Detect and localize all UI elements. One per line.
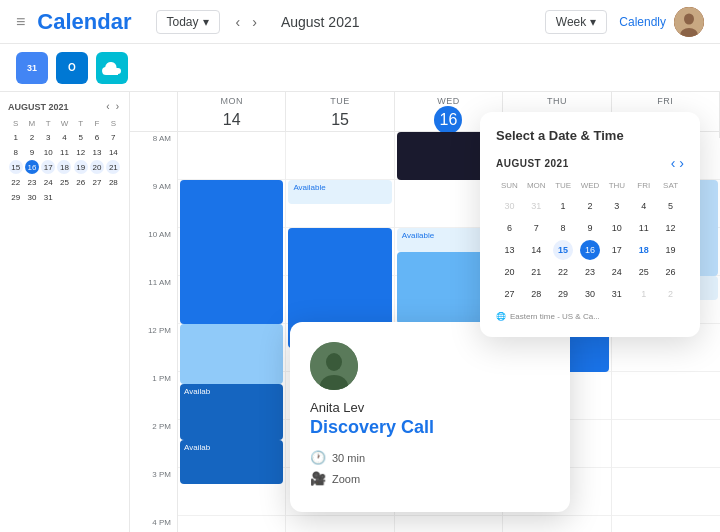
mini-cal-week-1: 1 2 3 4 5 6 7 xyxy=(8,130,121,144)
mini-day[interactable]: 29 xyxy=(9,190,23,204)
event-tue-1[interactable]: Available xyxy=(288,180,391,204)
picker-day[interactable]: 23 xyxy=(580,262,600,282)
picker-day[interactable]: 17 xyxy=(607,240,627,260)
mini-calendar: AUGUST 2021 ‹ › S M T W T F S 1 2 3 4 5 … xyxy=(0,92,130,532)
event-mon-3[interactable]: Availab xyxy=(180,384,283,440)
week-view-button[interactable]: Week ▾ xyxy=(545,10,607,34)
picker-day-16-selected[interactable]: 16 xyxy=(580,240,600,260)
picker-day[interactable]: 30 xyxy=(580,284,600,304)
mini-prev-button[interactable]: ‹ xyxy=(104,100,111,113)
picker-day[interactable]: 29 xyxy=(553,284,573,304)
mini-next-button[interactable]: › xyxy=(114,100,121,113)
picker-next-button[interactable]: › xyxy=(679,155,684,171)
mini-day[interactable]: 30 xyxy=(25,190,39,204)
event-mon-1[interactable] xyxy=(180,180,283,324)
mini-day[interactable]: 15 xyxy=(9,160,23,174)
picker-day[interactable]: 20 xyxy=(499,262,519,282)
picker-day-15[interactable]: 15 xyxy=(553,240,573,260)
mini-day[interactable]: 31 xyxy=(41,190,55,204)
user-area[interactable]: Calendly xyxy=(619,7,704,37)
mini-day[interactable]: 9 xyxy=(25,145,39,159)
mini-day[interactable]: 25 xyxy=(57,175,71,189)
event-mon-4[interactable]: Availab xyxy=(180,440,283,484)
mini-day[interactable]: 3 xyxy=(41,130,55,144)
picker-day[interactable]: 22 xyxy=(553,262,573,282)
picker-day[interactable]: 14 xyxy=(526,240,546,260)
picker-day[interactable]: 26 xyxy=(661,262,681,282)
mini-day[interactable]: 10 xyxy=(41,145,55,159)
picker-day[interactable]: 1 xyxy=(553,196,573,216)
mini-day[interactable]: 28 xyxy=(106,175,120,189)
picker-day[interactable]: 3 xyxy=(607,196,627,216)
picker-day[interactable]: 2 xyxy=(580,196,600,216)
google-calendar-icon[interactable]: 31 xyxy=(16,52,48,84)
mini-day[interactable]: 12 xyxy=(74,145,88,159)
picker-day[interactable]: 27 xyxy=(499,284,519,304)
nav-arrows: ‹ › xyxy=(232,12,261,32)
mini-day xyxy=(57,190,71,204)
picker-day[interactable]: 6 xyxy=(499,218,519,238)
mini-day[interactable]: 24 xyxy=(41,175,55,189)
picker-day[interactable]: 4 xyxy=(634,196,654,216)
mini-day[interactable]: 13 xyxy=(90,145,104,159)
mini-cal-week-2: 8 9 10 11 12 13 14 xyxy=(8,145,121,159)
picker-month-nav: AUGUST 2021 ‹ › xyxy=(496,155,684,171)
clock-icon: 🕐 xyxy=(310,450,326,465)
mini-day[interactable]: 20 xyxy=(90,160,104,174)
svg-point-1 xyxy=(684,13,694,24)
mini-day[interactable]: 26 xyxy=(74,175,88,189)
mini-day[interactable]: 21 xyxy=(106,160,120,174)
mini-day[interactable]: 4 xyxy=(57,130,71,144)
mini-day[interactable]: 14 xyxy=(106,145,120,159)
mini-day[interactable]: 7 xyxy=(106,130,120,144)
picker-day[interactable]: 25 xyxy=(634,262,654,282)
next-month-button[interactable]: › xyxy=(248,12,261,32)
mini-day[interactable]: 27 xyxy=(90,175,104,189)
picker-month-label: AUGUST 2021 xyxy=(496,158,569,169)
picker-day[interactable]: 8 xyxy=(553,218,573,238)
picker-day[interactable]: 21 xyxy=(526,262,546,282)
mini-day[interactable]: 2 xyxy=(25,130,39,144)
mini-day[interactable]: 19 xyxy=(74,160,88,174)
picker-day[interactable]: 5 xyxy=(661,196,681,216)
picker-day[interactable]: 7 xyxy=(526,218,546,238)
picker-prev-button[interactable]: ‹ xyxy=(671,155,676,171)
picker-day[interactable]: 19 xyxy=(661,240,681,260)
outlook-icon[interactable]: O xyxy=(56,52,88,84)
mini-day[interactable]: 17 xyxy=(41,160,55,174)
day-num-tue[interactable]: 15 xyxy=(326,106,354,134)
mini-day[interactable]: 6 xyxy=(90,130,104,144)
calendar-grid: MON 14 TUE 15 WED 16 THU 17 FRI 18 xyxy=(130,92,720,532)
mini-day xyxy=(90,190,104,204)
prev-month-button[interactable]: ‹ xyxy=(232,12,245,32)
picker-day-18[interactable]: 18 xyxy=(634,240,654,260)
picker-day[interactable]: 11 xyxy=(634,218,654,238)
mini-day[interactable]: 11 xyxy=(57,145,71,159)
time-8am: 8 AM xyxy=(130,132,177,180)
day-col-mon[interactable]: Availab Availab xyxy=(178,132,286,532)
user-label: Calendly xyxy=(619,15,666,29)
hamburger-icon[interactable]: ≡ xyxy=(16,13,25,31)
picker-day[interactable]: 12 xyxy=(661,218,681,238)
picker-day[interactable]: 13 xyxy=(499,240,519,260)
mini-day[interactable]: 18 xyxy=(57,160,71,174)
picker-day[interactable]: 10 xyxy=(607,218,627,238)
mini-day[interactable]: 22 xyxy=(9,175,23,189)
day-num-wed[interactable]: 16 xyxy=(434,106,462,134)
picker-day[interactable]: 31 xyxy=(607,284,627,304)
mini-day-today[interactable]: 16 xyxy=(25,160,39,174)
picker-day[interactable]: 24 xyxy=(607,262,627,282)
event-mon-2[interactable] xyxy=(180,324,283,384)
picker-day[interactable]: 28 xyxy=(526,284,546,304)
today-button[interactable]: Today ▾ xyxy=(156,10,220,34)
mini-day[interactable]: 1 xyxy=(9,130,23,144)
mini-day[interactable]: 8 xyxy=(9,145,23,159)
mini-day[interactable]: 23 xyxy=(25,175,39,189)
video-icon: 🎥 xyxy=(310,471,326,486)
picker-day[interactable]: 9 xyxy=(580,218,600,238)
popup-title[interactable]: Discovery Call xyxy=(310,417,550,438)
week-arrow-icon: ▾ xyxy=(590,15,596,29)
mini-day[interactable]: 5 xyxy=(74,130,88,144)
cloud-icon[interactable] xyxy=(96,52,128,84)
day-num-mon[interactable]: 14 xyxy=(218,106,246,134)
